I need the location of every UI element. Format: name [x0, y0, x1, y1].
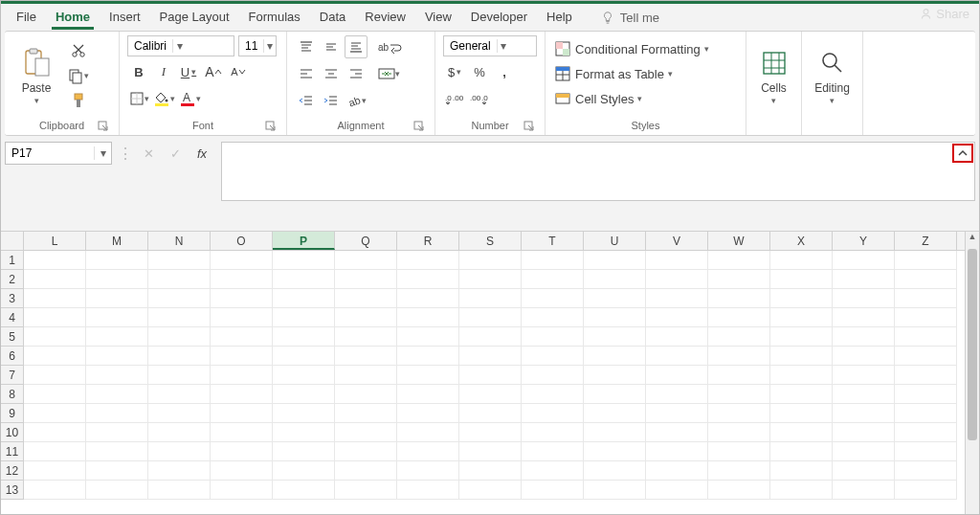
scrollbar-thumb[interactable]	[968, 249, 977, 440]
cell[interactable]	[895, 251, 957, 270]
cell[interactable]	[86, 366, 148, 385]
column-header[interactable]: L	[24, 232, 86, 250]
cell[interactable]	[770, 481, 833, 500]
align-bottom-button[interactable]	[345, 35, 368, 58]
column-header[interactable]: Q	[335, 232, 397, 250]
cell[interactable]	[397, 308, 459, 327]
cell[interactable]	[459, 347, 522, 366]
align-middle-button[interactable]	[320, 35, 343, 58]
cell[interactable]	[459, 461, 522, 481]
cell[interactable]	[397, 461, 459, 481]
cell[interactable]	[24, 327, 86, 347]
formula-input[interactable]	[221, 142, 975, 201]
cell[interactable]	[895, 270, 957, 289]
cell[interactable]	[397, 251, 459, 270]
cell[interactable]	[24, 423, 86, 442]
cells-button[interactable]: Cells ▾	[754, 35, 793, 116]
cell[interactable]	[273, 251, 335, 270]
row-header[interactable]: 10	[1, 423, 24, 442]
cell[interactable]	[708, 481, 770, 500]
cell[interactable]	[86, 481, 148, 500]
cell[interactable]	[708, 270, 770, 289]
cell[interactable]	[211, 442, 273, 461]
cell[interactable]	[646, 385, 708, 404]
cell[interactable]	[459, 442, 522, 461]
merge-center-button[interactable]: ▾	[377, 62, 401, 85]
cut-button[interactable]	[66, 39, 90, 62]
italic-button[interactable]: I	[152, 60, 175, 83]
cell[interactable]	[148, 385, 211, 404]
cell[interactable]	[148, 289, 211, 308]
cell[interactable]	[273, 327, 335, 347]
cell[interactable]	[833, 327, 895, 347]
cell[interactable]	[833, 366, 895, 385]
cell[interactable]	[211, 308, 273, 327]
cell[interactable]	[148, 461, 211, 481]
increase-indent-button[interactable]	[320, 89, 343, 112]
cell[interactable]	[24, 347, 86, 366]
cell[interactable]	[459, 423, 522, 442]
row-header[interactable]: 3	[1, 289, 24, 308]
cell[interactable]	[335, 404, 397, 423]
cell[interactable]	[770, 289, 833, 308]
cell[interactable]	[273, 481, 335, 500]
column-header[interactable]: N	[148, 232, 211, 250]
cell[interactable]	[273, 461, 335, 481]
decrease-font-button[interactable]: A	[227, 60, 250, 83]
cell[interactable]	[273, 404, 335, 423]
cell[interactable]	[335, 423, 397, 442]
column-header[interactable]: W	[708, 232, 770, 250]
align-right-button[interactable]	[345, 62, 368, 85]
cell-styles-button[interactable]: Cell Styles▾	[553, 87, 738, 110]
cell[interactable]	[770, 461, 833, 481]
cell[interactable]	[770, 366, 833, 385]
cell[interactable]	[770, 404, 833, 423]
cell[interactable]	[273, 442, 335, 461]
cell[interactable]	[833, 481, 895, 500]
row-header[interactable]: 4	[1, 308, 24, 327]
cell[interactable]	[833, 270, 895, 289]
cell[interactable]	[584, 423, 646, 442]
cell[interactable]	[522, 308, 584, 327]
column-header[interactable]: S	[459, 232, 522, 250]
cell[interactable]	[335, 442, 397, 461]
cell[interactable]	[895, 404, 957, 423]
wrap-text-button[interactable]: ab	[377, 35, 403, 58]
cell[interactable]	[708, 347, 770, 366]
cell[interactable]	[211, 366, 273, 385]
font-size-combo[interactable]: 11▾	[238, 35, 277, 56]
cell[interactable]	[522, 404, 584, 423]
cell[interactable]	[335, 366, 397, 385]
row-header[interactable]: 7	[1, 366, 24, 385]
cell[interactable]	[335, 385, 397, 404]
cell[interactable]	[397, 481, 459, 500]
row-header[interactable]: 9	[1, 404, 24, 423]
cell[interactable]	[708, 404, 770, 423]
orientation-button[interactable]: ab▾	[345, 89, 368, 112]
cell[interactable]	[148, 347, 211, 366]
cell[interactable]	[273, 308, 335, 327]
cell[interactable]	[708, 366, 770, 385]
cell[interactable]	[522, 461, 584, 481]
underline-button[interactable]: U▾	[177, 60, 200, 83]
cell[interactable]	[770, 442, 833, 461]
enter-formula-button[interactable]: ✓	[164, 142, 187, 165]
format-as-table-button[interactable]: Format as Table▾	[553, 62, 738, 85]
cell[interactable]	[584, 347, 646, 366]
cell[interactable]	[646, 404, 708, 423]
cell[interactable]	[833, 347, 895, 366]
cell[interactable]	[584, 270, 646, 289]
cell[interactable]	[522, 251, 584, 270]
cell[interactable]	[895, 481, 957, 500]
select-all-corner[interactable]	[1, 232, 24, 250]
cell[interactable]	[770, 347, 833, 366]
tab-review[interactable]: Review	[355, 4, 415, 31]
cell[interactable]	[148, 270, 211, 289]
cell[interactable]	[646, 461, 708, 481]
cell[interactable]	[24, 251, 86, 270]
cell[interactable]	[148, 327, 211, 347]
cell[interactable]	[895, 423, 957, 442]
decrease-decimal-button[interactable]: .00.0	[468, 87, 491, 110]
name-box[interactable]: P17 ▾	[5, 142, 112, 165]
tab-view[interactable]: View	[415, 4, 461, 31]
